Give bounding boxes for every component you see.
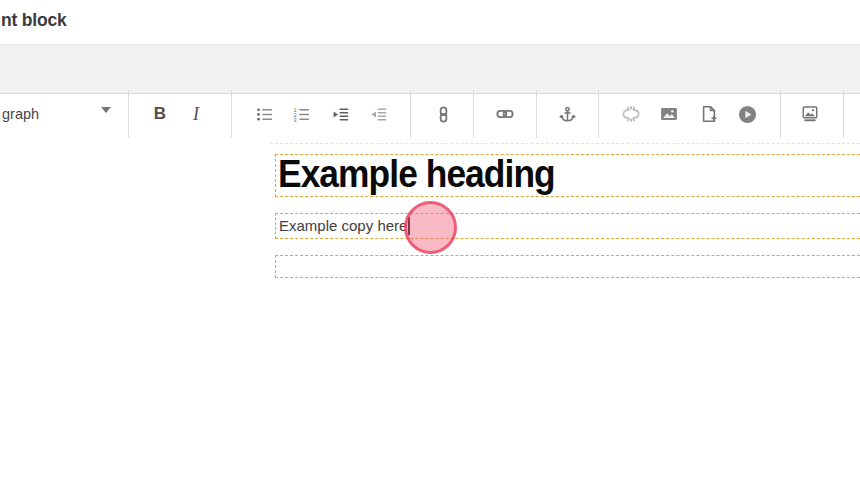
toolbar-separator	[780, 90, 781, 138]
anchor-button[interactable]	[549, 96, 585, 132]
bulleted-list-icon	[256, 106, 273, 123]
media-play-icon	[738, 105, 757, 124]
unlink-button[interactable]	[613, 96, 649, 132]
heading-editable-field[interactable]: Example heading	[275, 154, 860, 197]
new-page-icon	[700, 105, 718, 123]
italic-icon: I	[193, 104, 199, 125]
empty-editable-field[interactable]	[275, 255, 860, 278]
link-button[interactable]	[487, 96, 523, 132]
italic-button[interactable]: I	[178, 96, 214, 132]
body-text[interactable]: Example copy here	[279, 217, 407, 235]
heading-text[interactable]: Example heading	[278, 152, 555, 196]
vertical-link-button[interactable]	[425, 96, 461, 132]
indent-icon	[332, 106, 349, 123]
page-title: nt block	[1, 10, 67, 31]
content-block-outline	[270, 143, 860, 144]
indent-button[interactable]	[322, 96, 358, 132]
thumbnail-image-icon	[801, 105, 819, 123]
media-play-button[interactable]	[729, 96, 765, 132]
editor-toolbar: graph B I 123	[0, 44, 860, 94]
paragraph-style-dropdown[interactable]: graph	[0, 90, 128, 138]
numbered-list-icon: 123	[293, 106, 310, 123]
image-icon	[660, 105, 678, 123]
body-editable-field[interactable]: Example copy here	[275, 213, 860, 239]
outdent-button[interactable]	[360, 96, 396, 132]
paragraph-style-value: graph	[2, 106, 39, 122]
thumbnail-image-button[interactable]	[792, 96, 828, 132]
text-caret	[408, 217, 410, 235]
chevron-down-icon	[101, 107, 111, 113]
toolbar-separator	[598, 90, 599, 138]
svg-text:3: 3	[293, 116, 296, 122]
vertical-link-icon	[435, 106, 452, 123]
bulleted-list-button[interactable]	[246, 96, 282, 132]
toolbar-separator	[231, 90, 232, 138]
link-icon	[496, 105, 514, 123]
toolbar-separator	[843, 90, 844, 138]
numbered-list-button[interactable]: 123	[283, 96, 319, 132]
bold-button[interactable]: B	[142, 96, 178, 132]
image-button[interactable]	[651, 96, 687, 132]
toolbar-separator	[410, 90, 411, 138]
anchor-icon	[559, 106, 576, 123]
bold-icon: B	[154, 104, 166, 124]
toolbar-separator	[536, 90, 537, 138]
new-page-button[interactable]	[691, 96, 727, 132]
unlink-icon	[622, 105, 640, 123]
toolbar-separator	[473, 90, 474, 138]
toolbar-separator	[128, 90, 129, 138]
outdent-icon	[370, 106, 387, 123]
